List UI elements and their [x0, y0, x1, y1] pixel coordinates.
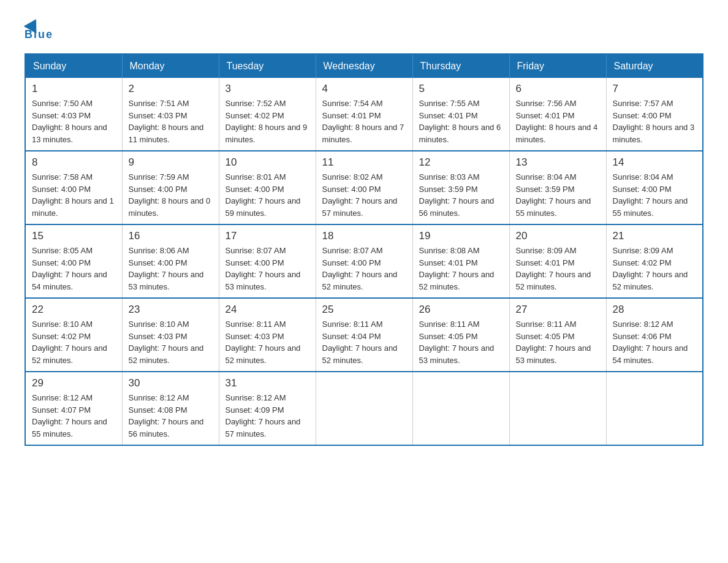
day-number: 15: [32, 230, 116, 242]
day-cell: 28 Sunrise: 8:12 AM Sunset: 4:06 PM Dayl…: [606, 298, 703, 372]
logo: Blue: [25, 18, 53, 41]
day-info: Sunrise: 8:04 AM Sunset: 4:00 PM Dayligh…: [613, 171, 697, 219]
day-cell: 5 Sunrise: 7:55 AM Sunset: 4:01 PM Dayli…: [412, 78, 509, 151]
day-info: Sunrise: 8:10 AM Sunset: 4:02 PM Dayligh…: [32, 318, 116, 366]
day-cell: 29 Sunrise: 8:12 AM Sunset: 4:07 PM Dayl…: [25, 372, 122, 445]
day-cell: 14 Sunrise: 8:04 AM Sunset: 4:00 PM Dayl…: [606, 151, 703, 224]
day-number: 8: [32, 156, 116, 169]
day-number: 11: [322, 156, 406, 169]
day-number: 28: [613, 304, 697, 316]
day-cell: 10 Sunrise: 8:01 AM Sunset: 4:00 PM Dayl…: [219, 151, 316, 224]
day-cell: 3 Sunrise: 7:52 AM Sunset: 4:02 PM Dayli…: [219, 78, 316, 151]
day-cell: [606, 372, 703, 445]
day-info: Sunrise: 8:11 AM Sunset: 4:03 PM Dayligh…: [226, 318, 309, 366]
day-number: 4: [322, 83, 406, 95]
day-number: 5: [419, 83, 503, 95]
day-cell: 27 Sunrise: 8:11 AM Sunset: 4:05 PM Dayl…: [509, 298, 606, 372]
header-tuesday: Tuesday: [219, 54, 316, 78]
day-info: Sunrise: 8:11 AM Sunset: 4:05 PM Dayligh…: [516, 318, 600, 366]
day-cell: 2 Sunrise: 7:51 AM Sunset: 4:03 PM Dayli…: [122, 78, 219, 151]
day-cell: [412, 372, 509, 445]
day-cell: [316, 372, 412, 445]
day-number: 19: [419, 230, 503, 242]
day-number: 29: [32, 377, 116, 389]
day-number: 31: [226, 377, 309, 389]
day-number: 3: [226, 83, 309, 95]
day-info: Sunrise: 8:06 AM Sunset: 4:00 PM Dayligh…: [129, 245, 213, 293]
day-cell: 6 Sunrise: 7:56 AM Sunset: 4:01 PM Dayli…: [509, 78, 606, 151]
day-info: Sunrise: 7:51 AM Sunset: 4:03 PM Dayligh…: [129, 98, 213, 145]
day-cell: 18 Sunrise: 8:07 AM Sunset: 4:00 PM Dayl…: [316, 224, 412, 298]
day-number: 27: [516, 304, 600, 316]
day-number: 22: [32, 304, 116, 316]
day-number: 14: [613, 156, 697, 169]
day-info: Sunrise: 8:11 AM Sunset: 4:04 PM Dayligh…: [322, 318, 406, 366]
day-info: Sunrise: 7:52 AM Sunset: 4:02 PM Dayligh…: [226, 98, 309, 145]
day-info: Sunrise: 7:50 AM Sunset: 4:03 PM Dayligh…: [32, 98, 116, 145]
day-cell: 11 Sunrise: 8:02 AM Sunset: 4:00 PM Dayl…: [316, 151, 412, 224]
day-cell: 17 Sunrise: 8:07 AM Sunset: 4:00 PM Dayl…: [219, 224, 316, 298]
header-saturday: Saturday: [606, 54, 703, 78]
day-number: 25: [322, 304, 406, 316]
day-cell: 25 Sunrise: 8:11 AM Sunset: 4:04 PM Dayl…: [316, 298, 412, 372]
day-cell: 21 Sunrise: 8:09 AM Sunset: 4:02 PM Dayl…: [606, 224, 703, 298]
day-cell: 9 Sunrise: 7:59 AM Sunset: 4:00 PM Dayli…: [122, 151, 219, 224]
day-number: 24: [226, 304, 309, 316]
week-row-1: 1 Sunrise: 7:50 AM Sunset: 4:03 PM Dayli…: [25, 78, 703, 151]
day-info: Sunrise: 8:01 AM Sunset: 4:00 PM Dayligh…: [226, 171, 309, 219]
header: Blue: [25, 18, 703, 41]
day-cell: 16 Sunrise: 8:06 AM Sunset: 4:00 PM Dayl…: [122, 224, 219, 298]
logo-underline: Blue: [25, 28, 53, 41]
day-info: Sunrise: 8:07 AM Sunset: 4:00 PM Dayligh…: [322, 245, 406, 293]
day-cell: 22 Sunrise: 8:10 AM Sunset: 4:02 PM Dayl…: [25, 298, 122, 372]
day-info: Sunrise: 8:12 AM Sunset: 4:07 PM Dayligh…: [32, 392, 116, 440]
day-number: 30: [129, 377, 213, 389]
day-info: Sunrise: 8:04 AM Sunset: 3:59 PM Dayligh…: [516, 171, 600, 219]
header-sunday: Sunday: [25, 54, 122, 78]
header-friday: Friday: [509, 54, 606, 78]
day-number: 16: [129, 230, 213, 242]
day-number: 17: [226, 230, 309, 242]
day-cell: 7 Sunrise: 7:57 AM Sunset: 4:00 PM Dayli…: [606, 78, 703, 151]
day-number: 7: [613, 83, 697, 95]
day-info: Sunrise: 8:12 AM Sunset: 4:08 PM Dayligh…: [129, 392, 213, 440]
day-number: 12: [419, 156, 503, 169]
days-header-row: SundayMondayTuesdayWednesdayThursdayFrid…: [25, 54, 703, 78]
week-row-4: 22 Sunrise: 8:10 AM Sunset: 4:02 PM Dayl…: [25, 298, 703, 372]
week-row-2: 8 Sunrise: 7:58 AM Sunset: 4:00 PM Dayli…: [25, 151, 703, 224]
day-info: Sunrise: 7:54 AM Sunset: 4:01 PM Dayligh…: [322, 98, 406, 145]
day-cell: 20 Sunrise: 8:09 AM Sunset: 4:01 PM Dayl…: [509, 224, 606, 298]
day-info: Sunrise: 7:57 AM Sunset: 4:00 PM Dayligh…: [613, 98, 697, 145]
header-monday: Monday: [122, 54, 219, 78]
day-number: 2: [129, 83, 213, 95]
day-number: 26: [419, 304, 503, 316]
day-info: Sunrise: 7:59 AM Sunset: 4:00 PM Dayligh…: [129, 171, 213, 219]
week-row-5: 29 Sunrise: 8:12 AM Sunset: 4:07 PM Dayl…: [25, 372, 703, 445]
day-cell: 26 Sunrise: 8:11 AM Sunset: 4:05 PM Dayl…: [412, 298, 509, 372]
day-cell: 1 Sunrise: 7:50 AM Sunset: 4:03 PM Dayli…: [25, 78, 122, 151]
day-info: Sunrise: 8:11 AM Sunset: 4:05 PM Dayligh…: [419, 318, 503, 366]
day-info: Sunrise: 8:02 AM Sunset: 4:00 PM Dayligh…: [322, 171, 406, 219]
day-number: 9: [129, 156, 213, 169]
day-info: Sunrise: 8:03 AM Sunset: 3:59 PM Dayligh…: [419, 171, 503, 219]
calendar-table: SundayMondayTuesdayWednesdayThursdayFrid…: [25, 53, 703, 446]
day-cell: 13 Sunrise: 8:04 AM Sunset: 3:59 PM Dayl…: [509, 151, 606, 224]
day-info: Sunrise: 8:08 AM Sunset: 4:01 PM Dayligh…: [419, 245, 503, 293]
day-cell: 30 Sunrise: 8:12 AM Sunset: 4:08 PM Dayl…: [122, 372, 219, 445]
day-cell: 8 Sunrise: 7:58 AM Sunset: 4:00 PM Dayli…: [25, 151, 122, 224]
day-info: Sunrise: 8:09 AM Sunset: 4:01 PM Dayligh…: [516, 245, 600, 293]
day-number: 20: [516, 230, 600, 242]
day-number: 18: [322, 230, 406, 242]
day-number: 10: [226, 156, 309, 169]
header-thursday: Thursday: [412, 54, 509, 78]
day-number: 1: [32, 83, 116, 95]
day-cell: 19 Sunrise: 8:08 AM Sunset: 4:01 PM Dayl…: [412, 224, 509, 298]
day-cell: 12 Sunrise: 8:03 AM Sunset: 3:59 PM Dayl…: [412, 151, 509, 224]
day-info: Sunrise: 7:55 AM Sunset: 4:01 PM Dayligh…: [419, 98, 503, 145]
day-info: Sunrise: 7:58 AM Sunset: 4:00 PM Dayligh…: [32, 171, 116, 219]
day-number: 13: [516, 156, 600, 169]
day-number: 6: [516, 83, 600, 95]
day-cell: 15 Sunrise: 8:05 AM Sunset: 4:00 PM Dayl…: [25, 224, 122, 298]
day-cell: 23 Sunrise: 8:10 AM Sunset: 4:03 PM Dayl…: [122, 298, 219, 372]
day-cell: [509, 372, 606, 445]
